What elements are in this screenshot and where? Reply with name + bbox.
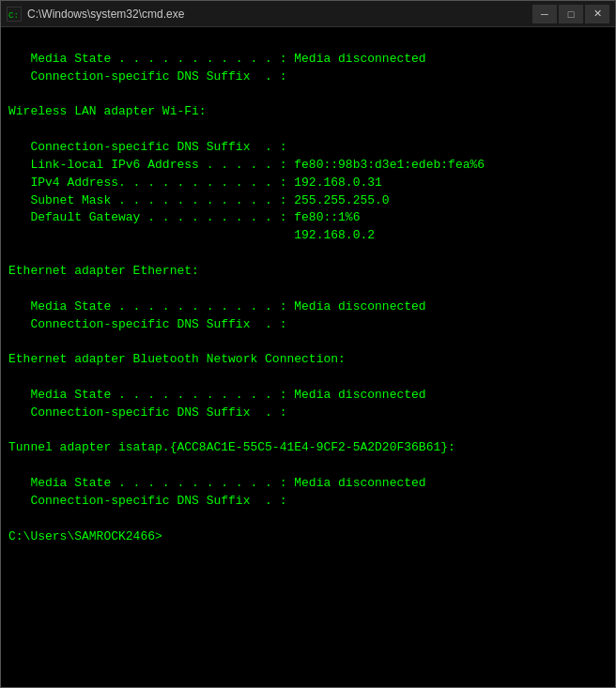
console-output: Media State . . . . . . . . . . . : Medi… — [1, 27, 615, 687]
title-bar-left: C: C:\Windows\system32\cmd.exe — [7, 7, 184, 22]
close-button[interactable]: ✕ — [585, 5, 609, 23]
maximize-button[interactable]: □ — [559, 5, 583, 23]
title-bar: C: C:\Windows\system32\cmd.exe ─ □ ✕ — [1, 1, 615, 27]
window-controls[interactable]: ─ □ ✕ — [532, 5, 609, 23]
cmd-window: C: C:\Windows\system32\cmd.exe ─ □ ✕ Med… — [0, 0, 616, 688]
svg-text:C:: C: — [8, 11, 19, 21]
minimize-button[interactable]: ─ — [532, 5, 557, 23]
window-title: C:\Windows\system32\cmd.exe — [27, 8, 184, 21]
cmd-icon: C: — [7, 7, 22, 22]
